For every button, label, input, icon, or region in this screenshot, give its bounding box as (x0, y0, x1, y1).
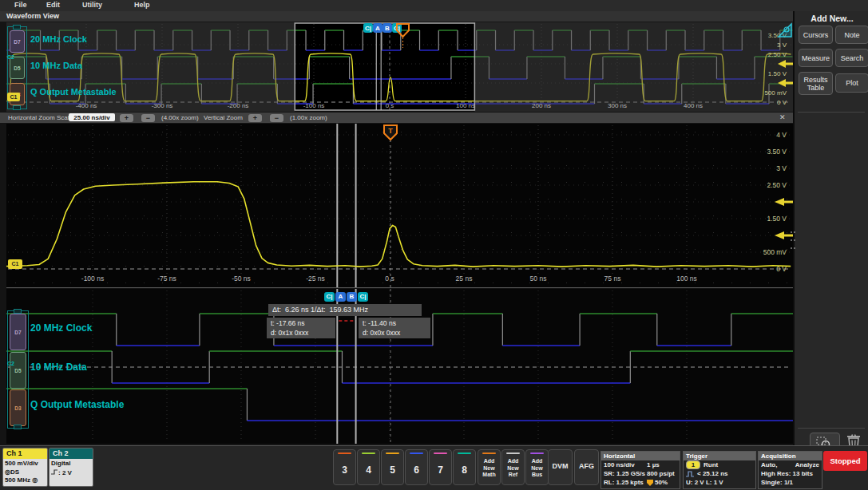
axis-label: 75 ns (604, 275, 621, 283)
add-new-title: Add New... (795, 14, 868, 23)
c2-position-marker[interactable]: C2 (7, 361, 14, 366)
menu-item-edit[interactable]: Edit (46, 1, 60, 9)
channel-1-badge[interactable]: Ch 1 500 mV/div ◎DS 500 MHz ◎ (2, 448, 48, 487)
channel-7-button[interactable]: 7 (429, 449, 452, 485)
axis-label: 1.50 V (768, 70, 787, 77)
h-resolution: 800 ps/pt (647, 469, 675, 478)
overview-waveform-plot[interactable]: C|ABC|3.50 V3 V2.50 V1.50 V500 mV0 V-400… (6, 22, 793, 112)
stopped-button[interactable]: Stopped (823, 451, 867, 471)
add-new-math-button[interactable]: AddNewMath (478, 449, 501, 485)
cursor-badge-c[interactable]: C| (324, 292, 335, 302)
channel-4-button[interactable]: 4 (357, 449, 380, 485)
axis-label: 4 V (776, 131, 787, 139)
ch1-probe-row: ◎DS (5, 468, 46, 477)
add-new-cursors-button[interactable]: Cursors (799, 26, 833, 44)
cursor-badge-b[interactable]: B (347, 292, 357, 302)
trigger-panel[interactable]: Trigger 1Runt < 25.12 ns U: 2 V L: 1 V (683, 451, 756, 489)
h-zoom-minus-button[interactable]: − (141, 114, 155, 122)
acq-analyze: Analyze (795, 460, 819, 469)
digital-channel-label-d3: Q Output Metastable (30, 399, 124, 410)
panel-divider (798, 428, 865, 429)
add-new-ref-button[interactable]: AddNewRef (501, 449, 525, 485)
channel-2-badge[interactable]: Ch 2 Digital : 2 V (49, 448, 93, 487)
bandwidth-icon: ◎ (32, 476, 38, 484)
channel-color-stripe (338, 452, 351, 454)
axis-label: -25 ns (306, 275, 325, 283)
axis-label: -50 ns (232, 275, 251, 283)
v-zoom-plus-button[interactable]: + (248, 114, 262, 122)
close-zoom-icon[interactable]: ✕ (779, 113, 786, 121)
bracket-handle-icon[interactable] (13, 105, 21, 110)
axis-label: -100 ns (81, 275, 104, 283)
afg-button[interactable]: AFG (574, 449, 599, 485)
channel-8-button[interactable]: 8 (453, 449, 476, 485)
channel-number: 3 (334, 464, 355, 476)
trigger-level-arrow-icon[interactable] (775, 198, 784, 206)
acquisition-panel[interactable]: Acquisition Auto,Analyze High Res: 13 bi… (758, 451, 822, 489)
h-zoom-scale-input[interactable]: 25.00 ns/div (69, 113, 115, 121)
c1-position-marker[interactable]: C1 (7, 93, 20, 101)
main-zoom-plot[interactable]: T4 V3.50 V3 V2.50 V1.50 V500 mV0 V-100 n… (6, 124, 793, 288)
channel-number: 8 (454, 464, 475, 476)
channel-color-stripe (410, 452, 423, 454)
channel-3-button[interactable]: 3 (333, 449, 356, 485)
cursor-badge-a[interactable]: A (335, 292, 346, 302)
add-new-plot-button[interactable]: Plot (835, 73, 868, 93)
v-zoom-label: Vertical Zoom (204, 114, 243, 121)
axis-label: A (375, 25, 380, 32)
trigger-levels: U: 2 V L: 1 V (686, 478, 723, 487)
menu-item-utility[interactable]: Utility (82, 1, 102, 9)
overview-channel-label-d5: 10 MHz Data (30, 61, 82, 70)
ch2-mode: Digital (51, 460, 91, 468)
trigger-level-arrow-icon[interactable] (775, 231, 784, 239)
trigger-source-badge: 1 (686, 460, 700, 469)
main-plot-svg: T4 V3.50 V3 V2.50 V1.50 V500 mV0 V-100 n… (6, 124, 793, 287)
ch2-title[interactable]: Ch 2 (50, 449, 93, 459)
c1-position-marker[interactable]: C1 (8, 259, 22, 269)
menu-bar: FileEditUtilityHelp (0, 0, 868, 12)
digital-timing-plot[interactable]: Δt: 6.26 ns 1/Δt: 159.63 MHz t: -17.66 n… (6, 289, 793, 444)
axis-label: 500 mV (763, 248, 787, 256)
horizontal-title: Horizontal (601, 452, 680, 460)
overview-channel-label-d3: Q Output Metastable (30, 87, 117, 97)
channel-6-button[interactable]: 6 (405, 449, 428, 485)
h-scale: 100 ns/div (604, 460, 647, 469)
bracket-handle-icon[interactable] (14, 425, 22, 429)
bottom-status-bar: Ch 1 500 mV/div ◎DS 500 MHz ◎ Ch 2 Digit… (0, 445, 868, 490)
add-new-measure-button[interactable]: Measure (799, 49, 833, 67)
add-new-search-button[interactable]: Search (835, 49, 868, 67)
menu-item-help[interactable]: Help (134, 1, 150, 9)
c2-position-marker[interactable]: C2 (7, 54, 14, 60)
axis-label: -75 ns (157, 275, 176, 283)
channel-color-stripe (434, 452, 447, 454)
menu-item-file[interactable]: File (14, 1, 27, 9)
axis-label: 400 ns (684, 102, 703, 109)
channel-5-button[interactable]: 5 (381, 449, 404, 485)
ch1-title[interactable]: Ch 1 (3, 449, 47, 459)
view-tab[interactable]: Waveform View (0, 11, 799, 22)
button-color-stripe (482, 452, 496, 454)
axis-label: 1.50 V (767, 215, 787, 223)
channel-group-bracket[interactable] (7, 310, 29, 429)
axis-label: 300 ns (608, 102, 627, 109)
dvm-button[interactable]: DVM (548, 449, 573, 485)
acquisition-title: Acquisition (759, 452, 822, 460)
add-new-results-table-button[interactable]: Results Table (799, 72, 833, 95)
v-zoom-minus-button[interactable]: − (270, 114, 283, 122)
oscilloscope-app: FileEditUtilityHelp Waveform View C|ABC|… (0, 0, 868, 490)
bracket-handle-icon[interactable] (14, 309, 22, 314)
cursor-b-data: d: 0x0x 0xxx (363, 329, 400, 337)
bracket-handle-icon[interactable] (13, 25, 21, 30)
trigger-width: < 25.12 ns (697, 469, 727, 478)
axis-label: 3.50 V (767, 148, 787, 156)
horizontal-panel[interactable]: Horizontal 100 ns/div1 µs SR: 1.25 GS/s8… (600, 451, 680, 489)
panel-drag-handle[interactable] (791, 231, 796, 249)
axis-label: 25 ns (456, 275, 473, 283)
v-zoom-factor: (1.00x zoom) (290, 114, 327, 121)
cursor-badge-c[interactable]: C| (358, 292, 368, 302)
axis-label: 0 s (385, 275, 394, 283)
axis-label: 3 V (777, 41, 787, 49)
add-new-note-button[interactable]: Note (835, 26, 868, 44)
h-zoom-plus-button[interactable]: + (120, 114, 133, 122)
add-new-bus-button[interactable]: AddNewBus (525, 449, 549, 485)
